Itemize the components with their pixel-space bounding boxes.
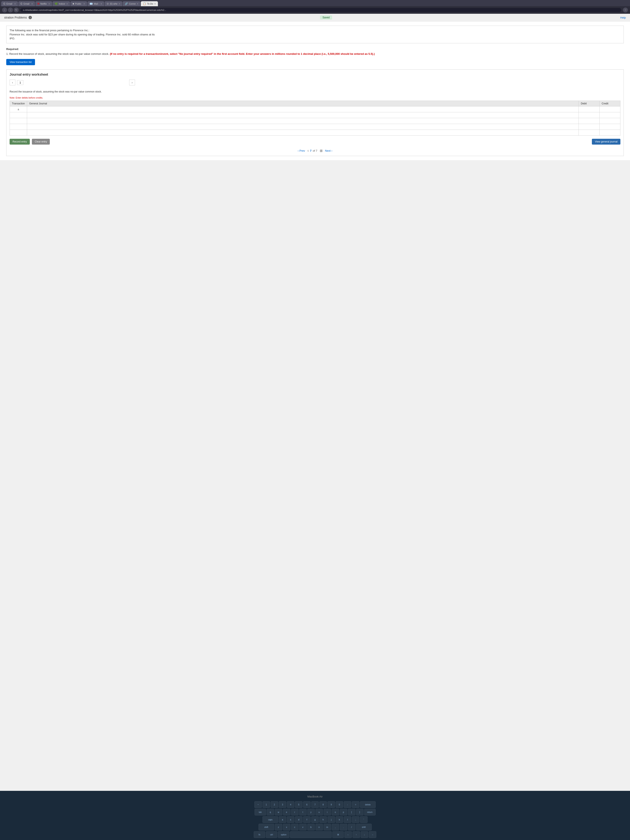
key-i[interactable]: i xyxy=(324,809,331,815)
key-9[interactable]: 9 xyxy=(327,801,335,808)
tab-indoor-close[interactable]: ✕ xyxy=(66,3,68,5)
row4-debit-input[interactable] xyxy=(579,125,598,129)
record-entry-button[interactable]: Record entry xyxy=(9,139,30,145)
forward-button[interactable]: › xyxy=(8,8,13,13)
key-space[interactable] xyxy=(290,831,332,838)
tab-public-close[interactable]: ✕ xyxy=(83,3,85,5)
row2-journal-input[interactable] xyxy=(28,113,578,117)
key-6[interactable]: 6 xyxy=(303,801,311,808)
key-slash[interactable]: / xyxy=(348,824,355,831)
key-t[interactable]: t xyxy=(299,809,307,815)
key-arrow-up[interactable]: ↑ xyxy=(352,831,360,838)
grid-icon[interactable]: ⊞ xyxy=(320,149,322,153)
row4-journal-input[interactable] xyxy=(28,125,578,129)
key-minus[interactable]: - xyxy=(344,801,351,808)
tab-public[interactable]: ■ Public ✕ xyxy=(70,1,87,6)
row2-debit-input[interactable] xyxy=(579,113,598,117)
key-u[interactable]: u xyxy=(316,809,323,815)
key-q[interactable]: q xyxy=(267,809,274,815)
key-h[interactable]: h xyxy=(319,816,327,823)
tab-gmail2[interactable]: G Gmail ✕ xyxy=(18,1,35,6)
next-button[interactable]: Next › xyxy=(325,149,332,152)
row5-credit-input[interactable] xyxy=(600,131,619,134)
back-button[interactable]: ‹ xyxy=(2,8,7,13)
key-option[interactable]: option xyxy=(278,831,289,838)
key-ctrl[interactable]: ctrl xyxy=(266,831,277,838)
key-equals[interactable]: = xyxy=(352,801,359,808)
key-j[interactable]: j xyxy=(327,816,335,823)
tab-conne-close[interactable]: ✕ xyxy=(137,3,138,5)
key-p[interactable]: p xyxy=(340,809,347,815)
view-general-journal-button[interactable]: View general journal xyxy=(592,139,621,145)
tab-five[interactable]: ⊙ (5) whe ✕ xyxy=(104,1,122,6)
tab-gmail1[interactable]: G Gmail ✕ xyxy=(1,1,18,6)
tab-mail[interactable]: 📧 Mail - ✕ xyxy=(87,1,104,6)
key-0[interactable]: 0 xyxy=(336,801,343,808)
key-caps[interactable]: caps xyxy=(262,816,278,823)
key-a[interactable]: a xyxy=(279,816,286,823)
key-quote[interactable]: ' xyxy=(360,816,368,823)
key-l[interactable]: l xyxy=(344,816,351,823)
key-comma[interactable]: , xyxy=(332,824,339,831)
key-k[interactable]: k xyxy=(336,816,343,823)
row1-journal-input[interactable] xyxy=(28,107,578,111)
key-5[interactable]: 5 xyxy=(295,801,303,808)
address-input[interactable] xyxy=(21,8,621,12)
key-z[interactable]: z xyxy=(275,824,282,831)
row4-credit-input[interactable] xyxy=(600,125,619,129)
key-w[interactable]: w xyxy=(275,809,282,815)
row2-credit-input[interactable] xyxy=(600,113,619,117)
row1-debit-input[interactable] xyxy=(579,107,598,111)
key-8[interactable]: 8 xyxy=(319,801,327,808)
view-transaction-button[interactable]: View transaction list xyxy=(6,59,35,65)
refresh-button[interactable]: ↻ xyxy=(14,8,19,13)
key-semicolon[interactable]: ; xyxy=(352,816,359,823)
row5-debit-input[interactable] xyxy=(579,131,598,134)
tab-todo[interactable]: 📋 To Do ✕ xyxy=(141,1,158,6)
tab-netflix[interactable]: N Netflix ✕ xyxy=(35,1,52,6)
key-return[interactable]: return xyxy=(364,809,376,815)
key-g[interactable]: g xyxy=(311,816,319,823)
tab-gmail2-close[interactable]: ✕ xyxy=(31,3,33,5)
key-lbracket[interactable]: [ xyxy=(348,809,355,815)
tab-todo-close[interactable]: ✕ xyxy=(154,3,156,5)
key-3[interactable]: 3 xyxy=(279,801,286,808)
key-v[interactable]: v xyxy=(299,824,307,831)
page-6[interactable]: 6 xyxy=(308,150,309,152)
key-x[interactable]: x xyxy=(283,824,291,831)
key-fn[interactable]: fn xyxy=(254,831,265,838)
prev-page-arrow[interactable]: ‹ xyxy=(9,80,16,85)
tab-netflix-close[interactable]: ✕ xyxy=(48,3,50,5)
key-b[interactable]: b xyxy=(307,824,315,831)
tab-indoor[interactable]: 🌿 Indoor ✕ xyxy=(52,1,70,6)
key-rbracket[interactable]: ] xyxy=(356,809,363,815)
key-n[interactable]: n xyxy=(316,824,323,831)
key-s[interactable]: s xyxy=(287,816,294,823)
key-arrow-left[interactable]: ← xyxy=(344,831,352,838)
key-r[interactable]: r xyxy=(291,809,298,815)
key-arrow-down[interactable]: ↓ xyxy=(361,831,368,838)
key-shift-left[interactable]: shift xyxy=(259,824,274,831)
bookmark-button[interactable]: ☆ xyxy=(623,8,628,13)
key-f[interactable]: f xyxy=(303,816,311,823)
key-delete[interactable]: delete xyxy=(360,801,376,808)
key-1[interactable]: 1 xyxy=(262,801,270,808)
key-y[interactable]: y xyxy=(307,809,315,815)
row5-journal-input[interactable] xyxy=(28,131,578,134)
tab-gmail1-close[interactable]: ✕ xyxy=(14,3,16,5)
next-page-arrow[interactable]: › xyxy=(129,80,135,85)
key-7[interactable]: 7 xyxy=(311,801,319,808)
tab-five-close[interactable]: ✕ xyxy=(118,3,120,5)
key-tab[interactable]: tab xyxy=(254,809,266,815)
help-link[interactable]: Help xyxy=(620,16,626,19)
key-c[interactable]: c xyxy=(291,824,298,831)
key-arrow-right[interactable]: → xyxy=(369,831,376,838)
key-2[interactable]: 2 xyxy=(271,801,278,808)
key-e[interactable]: e xyxy=(283,809,291,815)
info-icon[interactable]: i xyxy=(28,16,32,19)
key-period[interactable]: . xyxy=(340,824,347,831)
tab-mail-close[interactable]: ✕ xyxy=(100,3,102,5)
key-tilde[interactable]: ~ xyxy=(254,801,262,808)
key-m[interactable]: m xyxy=(324,824,331,831)
prev-button[interactable]: ‹ Prev xyxy=(298,149,305,152)
